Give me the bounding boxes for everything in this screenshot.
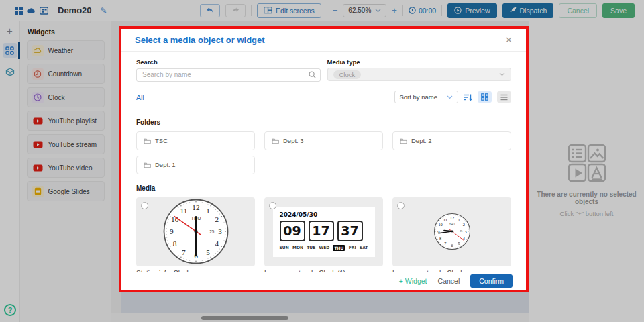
svg-text:5: 5 bbox=[206, 248, 210, 256]
svg-text:1: 1 bbox=[458, 217, 460, 222]
media-card[interactable]: 2024/05/30 09 17 37 SUNMONTUEWEDTHUFRISA… bbox=[264, 197, 383, 266]
chevron-down-icon bbox=[447, 95, 453, 99]
digital-seconds: 37 bbox=[337, 221, 363, 241]
modal-cancel-button[interactable]: Cancel bbox=[438, 277, 460, 285]
list-view-toggle[interactable] bbox=[497, 91, 511, 103]
digital-date: 2024/05/30 bbox=[280, 211, 368, 218]
media-item: 123456789101112THU25 Less same touch_Clo… bbox=[392, 197, 511, 272]
grid-view-toggle[interactable] bbox=[478, 91, 492, 103]
modal-title: Select a media object or widget bbox=[135, 35, 265, 45]
media-type-chip: Clock bbox=[333, 70, 362, 79]
close-icon[interactable]: ✕ bbox=[505, 35, 513, 45]
radio-button[interactable] bbox=[397, 202, 405, 209]
modal-body: Search Media type Clock All bbox=[121, 52, 526, 272]
media-type-label: Media type bbox=[327, 58, 512, 66]
modal-header: Select a media object or widget ✕ bbox=[121, 29, 526, 52]
folder-icon bbox=[144, 138, 151, 144]
folder-name: Dept. 2 bbox=[411, 137, 432, 144]
list-view-icon bbox=[500, 94, 508, 101]
folder-icon bbox=[400, 138, 407, 144]
sort-by-value: Sort by name bbox=[400, 93, 438, 101]
svg-text:2: 2 bbox=[462, 222, 464, 227]
digital-day-tue: TUE bbox=[307, 245, 315, 251]
modal-footer: + Widget Cancel Confirm bbox=[121, 272, 526, 290]
analog-clock-preview: 123456789101112THU25 bbox=[163, 199, 229, 264]
folders-section-title: Folders bbox=[136, 119, 511, 126]
divider bbox=[136, 111, 511, 111]
folder-card-dept-3[interactable]: Dept. 3 bbox=[264, 131, 383, 150]
annotation-highlight-box: Select a media object or widget ✕ Search… bbox=[119, 26, 529, 292]
digital-day-thu: THU bbox=[333, 245, 345, 251]
svg-text:3: 3 bbox=[218, 227, 222, 235]
digital-day-fri: FRI bbox=[349, 245, 356, 251]
sort-order-icon[interactable] bbox=[464, 93, 472, 101]
svg-text:25: 25 bbox=[460, 230, 462, 233]
media-item: 2024/05/30 09 17 37 SUNMONTUEWEDTHUFRISA… bbox=[264, 197, 383, 272]
media-grid: 123456789101112THU25 Station info_Clock … bbox=[136, 197, 511, 272]
svg-text:8: 8 bbox=[172, 239, 176, 248]
radio-button[interactable] bbox=[141, 202, 148, 209]
analog-clock-preview: 123456789101112THU25 bbox=[433, 213, 471, 250]
folder-card-dept-1[interactable]: Dept. 1 bbox=[136, 156, 255, 174]
grid-view-icon bbox=[481, 93, 488, 101]
svg-text:2: 2 bbox=[215, 215, 219, 223]
svg-text:6: 6 bbox=[451, 243, 453, 248]
folder-name: Dept. 1 bbox=[155, 161, 176, 168]
svg-text:9: 9 bbox=[170, 227, 174, 235]
media-type-select[interactable]: Clock bbox=[327, 68, 512, 81]
folder-icon bbox=[144, 162, 151, 168]
svg-text:4: 4 bbox=[215, 239, 219, 248]
digital-minutes: 17 bbox=[309, 221, 334, 241]
svg-text:10: 10 bbox=[438, 222, 442, 227]
digital-day-sat: SAT bbox=[360, 245, 368, 251]
svg-text:7: 7 bbox=[182, 248, 186, 256]
svg-text:8: 8 bbox=[439, 236, 441, 241]
sort-by-select[interactable]: Sort by name bbox=[394, 91, 459, 103]
filter-all-link[interactable]: All bbox=[136, 93, 144, 101]
digital-day-sun: SUN bbox=[280, 245, 289, 251]
digital-clock-preview: 2024/05/30 09 17 37 SUNMONTUEWEDTHUFRISA… bbox=[273, 207, 375, 257]
folder-card-dept-2[interactable]: Dept. 2 bbox=[392, 131, 511, 150]
svg-text:THU: THU bbox=[449, 223, 455, 226]
svg-text:5: 5 bbox=[458, 241, 460, 246]
svg-text:25: 25 bbox=[209, 229, 215, 234]
folders-grid: TSCDept. 3Dept. 2Dept. 1 bbox=[136, 131, 511, 174]
svg-text:12: 12 bbox=[449, 215, 453, 220]
search-label: Search bbox=[136, 58, 321, 66]
svg-text:1: 1 bbox=[206, 207, 210, 215]
radio-button[interactable] bbox=[269, 202, 276, 209]
folder-icon bbox=[272, 138, 279, 144]
media-section-title: Media bbox=[136, 184, 511, 192]
media-item: 123456789101112THU25 Station info_Clock bbox=[136, 197, 255, 272]
confirm-button[interactable]: Confirm bbox=[470, 274, 513, 288]
chevron-down-icon bbox=[499, 72, 505, 76]
svg-text:11: 11 bbox=[180, 207, 187, 215]
svg-text:12: 12 bbox=[192, 203, 200, 211]
media-card[interactable]: 123456789101112THU25 bbox=[392, 197, 511, 266]
add-widget-link[interactable]: + Widget bbox=[399, 277, 427, 285]
folder-name: Dept. 3 bbox=[283, 137, 304, 144]
svg-text:11: 11 bbox=[443, 217, 447, 222]
digital-hours: 09 bbox=[280, 221, 305, 241]
search-input[interactable] bbox=[136, 68, 321, 82]
search-icon bbox=[309, 71, 316, 78]
svg-text:3: 3 bbox=[464, 229, 466, 234]
select-media-modal: Select a media object or widget ✕ Search… bbox=[121, 29, 526, 290]
digital-day-wed: WED bbox=[319, 245, 330, 251]
media-card[interactable]: 123456789101112THU25 bbox=[136, 197, 255, 266]
folder-card-tsc[interactable]: TSC bbox=[136, 131, 255, 150]
folder-name: TSC bbox=[155, 137, 168, 144]
digital-day-mon: MON bbox=[292, 245, 303, 251]
